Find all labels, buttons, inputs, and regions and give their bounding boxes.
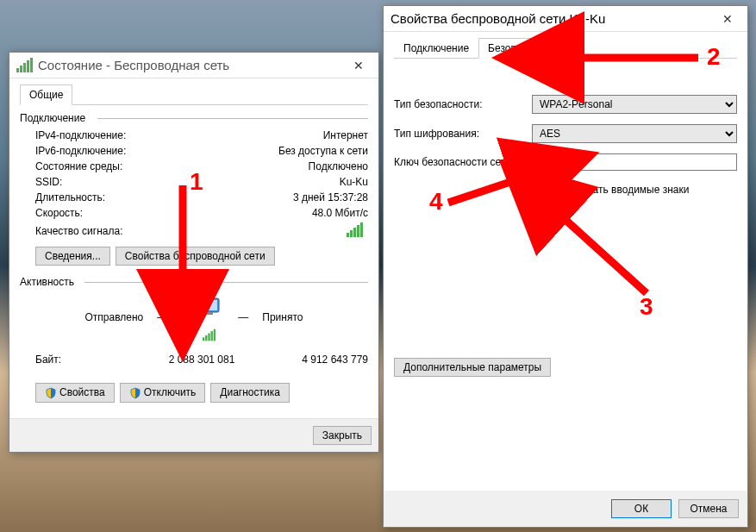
dash-icon: — <box>157 311 167 323</box>
tab-general[interactable]: Общие <box>20 84 72 105</box>
signal-quality-icon <box>347 222 368 240</box>
duration-label: Длительность: <box>35 191 293 203</box>
media-value: Подключено <box>309 160 368 172</box>
duration-value: 3 дней 15:37:28 <box>293 191 368 203</box>
ipv6-label: IPv6-подключение: <box>35 145 278 157</box>
bytes-received: 4 912 643 779 <box>257 354 368 366</box>
show-characters-label: Отображать вводимые знаки <box>550 184 689 196</box>
ok-button[interactable]: ОК <box>611 499 672 518</box>
svg-rect-2 <box>189 317 196 320</box>
show-characters-checkbox[interactable] <box>535 184 547 195</box>
ssid-label: SSID: <box>35 176 340 188</box>
encryption-label: Тип шифрования: <box>394 128 532 140</box>
security-type-label: Тип безопасности: <box>394 98 532 110</box>
bytes-label: Байт: <box>35 354 147 366</box>
signal-quality-label: Качество сигнала: <box>35 225 347 237</box>
shield-icon <box>45 387 57 399</box>
activity-signal-icon <box>203 329 216 341</box>
shield-icon <box>129 387 141 399</box>
status-tabs: Общие <box>20 84 368 105</box>
props-title: Свойства беспроводной сети Ku-Ku <box>390 11 715 26</box>
tab-security[interactable]: Безопасность <box>478 38 564 59</box>
status-titlebar: Состояние - Беспроводная сеть ✕ <box>9 53 378 78</box>
details-button[interactable]: Сведения... <box>35 247 110 266</box>
received-label: Принято <box>262 311 303 323</box>
network-key-label: Ключ безопасности сети <box>394 156 532 168</box>
bytes-sent: 2 088 301 081 <box>147 354 258 366</box>
disable-button[interactable]: Отключить <box>120 383 206 403</box>
props-titlebar: Свойства беспроводной сети Ku-Ku ✕ <box>384 6 747 32</box>
group-activity: Активность <box>20 276 368 288</box>
properties-button[interactable]: Свойства <box>35 383 115 403</box>
speed-value: 48.0 Мбит/с <box>312 207 368 219</box>
diagnose-button[interactable]: Диагностика <box>210 383 290 403</box>
speed-label: Скорость: <box>35 207 312 219</box>
encryption-select[interactable]: AES <box>532 124 737 143</box>
media-label: Состояние среды: <box>35 160 309 172</box>
props-tabs: Подключение Безопасность <box>394 37 737 59</box>
group-connection: Подключение <box>20 112 368 124</box>
svg-rect-1 <box>184 305 200 316</box>
cancel-button[interactable]: Отмена <box>678 499 739 518</box>
ipv4-label: IPv4-подключение: <box>35 129 323 141</box>
ipv4-value: Интернет <box>323 129 368 141</box>
close-icon[interactable]: ✕ <box>715 10 740 28</box>
close-icon[interactable]: ✕ <box>346 57 372 74</box>
advanced-params-button[interactable]: Дополнительные параметры <box>394 358 551 377</box>
ssid-value: Ku-Ku <box>340 176 368 188</box>
security-type-select[interactable]: WPA2-Personal <box>532 95 737 114</box>
close-button[interactable]: Закрыть <box>313 426 372 445</box>
ipv6-value: Без доступа к сети <box>278 145 368 157</box>
svg-rect-4 <box>202 300 217 310</box>
tab-connection[interactable]: Подключение <box>394 38 478 59</box>
wifi-signal-icon <box>16 58 33 72</box>
wireless-properties-button[interactable]: Свойства беспроводной сети <box>116 247 275 266</box>
status-title: Состояние - Беспроводная сеть <box>38 58 346 72</box>
dash-icon: — <box>238 311 248 323</box>
svg-rect-5 <box>206 312 213 315</box>
sent-label: Отправлено <box>85 311 144 323</box>
network-key-input[interactable] <box>532 153 737 171</box>
